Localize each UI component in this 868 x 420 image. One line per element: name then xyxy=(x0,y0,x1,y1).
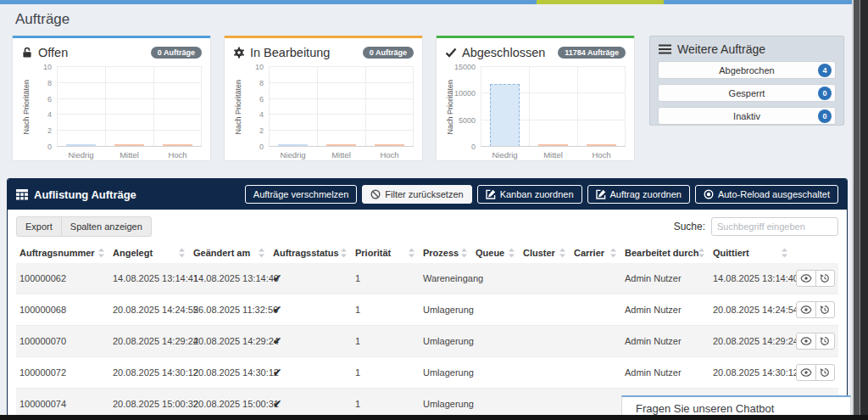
category-band xyxy=(365,67,414,147)
view-button[interactable] xyxy=(796,333,816,350)
y-axis-tick-label: 4 xyxy=(259,110,264,119)
y-axis-tick-label: 2 xyxy=(47,126,52,135)
cell-geaendert-am: 26.08.2025 11:32:56 xyxy=(190,294,270,326)
eye-icon xyxy=(800,305,812,314)
category-band xyxy=(317,67,365,147)
view-button[interactable] xyxy=(796,270,816,287)
top-accent-segment xyxy=(537,0,664,4)
cell-angelegt: 20.08.2025 14:30:12 xyxy=(109,357,190,389)
edit-icon xyxy=(486,189,496,199)
show-columns-button[interactable]: Spalten anzeigen xyxy=(61,216,152,237)
page-title: Aufträge xyxy=(15,11,70,28)
table-row[interactable]: 10000006214.08.2025 13:14:4114.08.2025 1… xyxy=(16,263,838,294)
cell-prioritaet: 1 xyxy=(352,294,420,326)
category-band xyxy=(153,67,202,147)
column-header-auftragsstatus[interactable]: Auftragsstatus xyxy=(270,243,352,263)
reset-filter-button[interactable]: Filter zurücksetzen xyxy=(362,185,471,204)
column-header-geaendert-am[interactable]: Geändert am xyxy=(190,243,270,263)
weitere-title: Weitere Aufträge xyxy=(677,42,765,56)
merge-orders-button[interactable]: Aufträge verschmelzen xyxy=(245,185,358,204)
column-header-angelegt[interactable]: Angelegt xyxy=(109,243,190,263)
search-input[interactable] xyxy=(711,217,838,236)
sort-icon xyxy=(179,249,185,258)
cell-carrier xyxy=(570,294,621,326)
column-header-prioritaet[interactable]: Priorität xyxy=(352,243,420,263)
cell-actions xyxy=(793,326,838,357)
check-icon xyxy=(445,48,457,58)
dot-circle-icon xyxy=(704,189,714,199)
cell-queue xyxy=(472,357,520,389)
unlock-icon xyxy=(21,47,33,59)
table-row[interactable]: 10000006820.08.2025 14:24:5526.08.2025 1… xyxy=(16,294,838,326)
column-header-quittiert[interactable]: Quittiert xyxy=(709,243,793,263)
y-axis-tick-label: 8 xyxy=(259,79,264,87)
column-header-carrier[interactable]: Carrier xyxy=(570,243,621,263)
y-axis-tick-label: 0 xyxy=(259,143,264,151)
auto-reload-button[interactable]: Auto-Reload ausgeschaltet xyxy=(695,185,838,204)
sort-icon xyxy=(461,249,467,258)
eye-icon xyxy=(800,337,812,345)
history-button[interactable] xyxy=(815,270,836,287)
count-badge-pill: 0 Aufträge xyxy=(151,47,202,59)
status-cards: Offen 0 Aufträge Nach Prioritäten 024681… xyxy=(12,36,635,161)
x-axis-category-label: Niedrig xyxy=(269,147,317,160)
card-header: Offen 0 Aufträge xyxy=(21,44,202,61)
weitere-button-label: Gesperrt xyxy=(729,88,765,98)
y-axis-tick-label: 10 xyxy=(43,63,52,71)
column-header-cluster[interactable]: Cluster xyxy=(520,243,570,263)
cell-auftragsstatus: ✔ xyxy=(270,326,352,357)
table-row[interactable]: 10000007220.08.2025 14:30:1220.08.2025 1… xyxy=(16,357,838,389)
card-title: In Bearbeitung xyxy=(250,46,330,59)
history-button[interactable] xyxy=(815,301,836,318)
listing-title-label: Auflistung Aufträge xyxy=(34,188,136,201)
y-axis-title-column: Nach Prioritäten xyxy=(21,67,31,147)
table-row[interactable]: 10000007020.08.2025 14:29:2420.08.2025 1… xyxy=(16,326,838,357)
export-button[interactable]: Export xyxy=(16,216,62,237)
table-icon xyxy=(16,189,28,200)
row-actions xyxy=(796,364,835,381)
column-label: Priorität xyxy=(355,248,391,258)
cell-auftragsnummer: 100000068 xyxy=(16,294,109,326)
x-axis-labels: NiedrigMittelHoch xyxy=(481,147,626,160)
cell-cluster xyxy=(520,294,570,326)
assign-order-button[interactable]: Auftrag zuordnen xyxy=(587,185,690,204)
cell-bearbeitet-durch: Admin Nutzer xyxy=(621,294,709,326)
cell-actions xyxy=(793,357,838,389)
gridline xyxy=(57,146,202,147)
plot-area xyxy=(481,67,626,147)
window-scrollbar[interactable] xyxy=(852,0,868,420)
chatbot-label: Fragen Sie unseren Chatbot xyxy=(636,402,774,415)
cell-angelegt: 20.08.2025 14:24:55 xyxy=(109,294,190,326)
category-band xyxy=(481,67,529,147)
history-button[interactable] xyxy=(815,333,836,350)
history-button[interactable] xyxy=(815,364,836,381)
column-label: Auftragsstatus xyxy=(273,248,339,258)
gridline xyxy=(481,146,626,147)
window-bottom-edge xyxy=(0,415,868,420)
x-axis-category-label: Niedrig xyxy=(481,147,529,160)
view-button[interactable] xyxy=(796,364,816,381)
column-header-auftragsnummer[interactable]: Auftragsnummer xyxy=(16,243,109,263)
button-label: Filter zurücksetzen xyxy=(385,189,463,199)
sort-icon xyxy=(341,249,347,258)
x-axis-category-label: Hoch xyxy=(577,147,626,160)
cell-quittiert: 20.08.2025 14:30:12 xyxy=(709,357,793,389)
x-axis-category-label: Niedrig xyxy=(57,147,105,160)
chart-in-bearbeitung: Nach Prioritäten 0246810 NiedrigMittelHo… xyxy=(233,67,414,160)
column-header-queue[interactable]: Queue xyxy=(472,243,520,263)
eye-icon xyxy=(800,368,812,377)
weitere-button-gesperrt[interactable]: Gesperrt0 xyxy=(658,84,836,102)
column-label: Geändert am xyxy=(193,248,250,258)
history-icon xyxy=(820,367,830,378)
weitere-button-abgebrochen[interactable]: Abgebrochen4 xyxy=(658,61,836,79)
column-header-prozess[interactable]: Prozess xyxy=(420,243,472,263)
assign-kanban-button[interactable]: Kanban zuordnen xyxy=(477,185,582,204)
card-offen: Offen 0 Aufträge Nach Prioritäten 024681… xyxy=(12,36,211,161)
x-axis-labels: NiedrigMittelHoch xyxy=(269,147,414,160)
sort-icon xyxy=(610,249,616,258)
view-button[interactable] xyxy=(796,301,816,318)
weitere-button-inaktiv[interactable]: Inaktiv0 xyxy=(658,107,836,125)
top-accent-bar xyxy=(0,0,852,4)
cell-carrier xyxy=(570,263,621,294)
column-header-bearbeitet-durch[interactable]: Bearbeitet durch xyxy=(621,243,709,263)
